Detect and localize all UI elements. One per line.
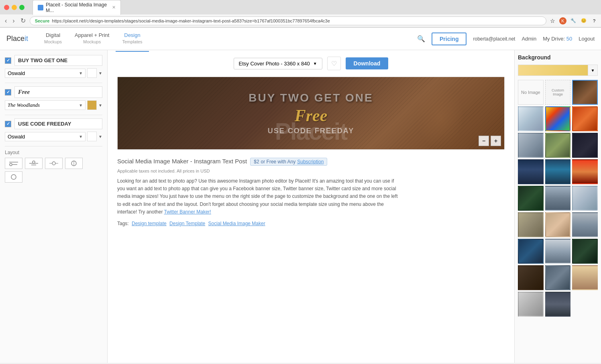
zoom-in-button[interactable]: + bbox=[491, 136, 501, 146]
text-2-color[interactable] bbox=[87, 100, 97, 110]
svg-point-1 bbox=[10, 163, 12, 166]
bg-selected-image[interactable] bbox=[572, 80, 598, 105]
layout-left[interactable] bbox=[5, 158, 22, 169]
left-panel: Oswald ▼ ▼ The Woodlands ▼ bbox=[0, 50, 108, 363]
bg-thumb-road[interactable] bbox=[545, 133, 571, 158]
background-images-grid: No Image Custom Image bbox=[518, 80, 598, 317]
center-panel: Etsy Cover Photo - 3360 x 840 ▼ ♡ Downlo… bbox=[108, 50, 514, 363]
bg-thumb-forest[interactable] bbox=[518, 186, 544, 211]
search-icon[interactable]: 🔍 bbox=[417, 35, 425, 43]
layout-circle[interactable] bbox=[65, 158, 83, 169]
nav-digital[interactable]: Digital Mockups bbox=[38, 26, 68, 52]
browser-tab[interactable]: Placeit - Social Media Image M... ✕ bbox=[33, 0, 121, 15]
twitter-link[interactable]: Twitter Banner Maker! bbox=[164, 209, 211, 215]
text-3-input[interactable] bbox=[14, 118, 102, 129]
canvas-text-1[interactable]: BUY TWO GET ONE bbox=[249, 92, 373, 104]
bg-thumb-blonde[interactable] bbox=[572, 265, 598, 290]
background-color-input[interactable] bbox=[518, 65, 588, 76]
tag-design-template-1[interactable]: Design template bbox=[132, 221, 167, 226]
bg-thumb-couple[interactable] bbox=[545, 212, 571, 237]
text-1-input[interactable] bbox=[14, 55, 102, 66]
background-color-dropdown[interactable]: ▼ bbox=[588, 65, 598, 76]
bg-thumb-dark[interactable] bbox=[572, 133, 598, 158]
layout-center-h[interactable] bbox=[25, 158, 43, 169]
layout-section: Layout bbox=[5, 150, 102, 183]
bg-thumb-path[interactable] bbox=[572, 212, 598, 237]
text-3-font-select[interactable]: Oswald ▼ bbox=[5, 132, 86, 141]
bg-thumb-water[interactable] bbox=[518, 239, 544, 264]
subscription-link[interactable]: Subscription bbox=[297, 159, 324, 165]
bg-thumb-rails[interactable] bbox=[545, 265, 571, 290]
logo[interactable]: Placeit bbox=[6, 35, 28, 43]
forward-button[interactable]: › bbox=[11, 16, 16, 25]
svg-point-6 bbox=[52, 162, 55, 165]
nav-apparel[interactable]: Apparel + Print Mockups bbox=[68, 26, 116, 52]
help-icon[interactable]: ? bbox=[591, 17, 598, 24]
layout-none[interactable] bbox=[5, 171, 22, 183]
bg-thumb-city[interactable] bbox=[545, 292, 571, 317]
bg-custom-image[interactable]: Custom Image bbox=[545, 80, 571, 105]
text-1-font-select[interactable]: Oswald ▼ bbox=[5, 69, 86, 78]
bg-thumb-colorful[interactable] bbox=[545, 106, 571, 131]
background-color-row: ▼ bbox=[518, 65, 598, 76]
text-block-2: The Woodlands ▼ ▼ bbox=[5, 86, 102, 110]
product-description: Looking for an add text to photo app? Us… bbox=[117, 177, 398, 216]
bg-thumb-winter[interactable] bbox=[518, 106, 544, 131]
bg-thumb-lake[interactable] bbox=[545, 159, 571, 184]
text-3-color[interactable] bbox=[87, 132, 97, 141]
reload-button[interactable]: ↻ bbox=[19, 16, 27, 25]
user-icon[interactable]: 😊 bbox=[580, 17, 587, 24]
svg-point-4 bbox=[33, 161, 35, 163]
address-text: https://placeit.net/c/design-templates/s… bbox=[52, 18, 330, 23]
pricing-button[interactable]: Pricing bbox=[432, 33, 467, 45]
bg-thumb-blur[interactable] bbox=[518, 265, 544, 290]
bg-thumb-bridge[interactable] bbox=[518, 212, 544, 237]
canvas-background: BUY TWO GET ONE Free USE CODE FREEDAY Pl… bbox=[118, 77, 504, 149]
size-dropdown-icon: ▼ bbox=[313, 61, 317, 66]
tag-design-template-2[interactable]: Design Template bbox=[169, 221, 205, 226]
text-3-checkbox[interactable] bbox=[5, 121, 11, 127]
bg-no-image[interactable]: No Image bbox=[518, 80, 544, 105]
extensions-icon[interactable]: 🔧 bbox=[570, 17, 577, 24]
tab-title: Placeit - Social Media Image M... bbox=[46, 2, 108, 13]
nav-design[interactable]: Design Templates bbox=[116, 26, 149, 52]
bg-thumb-mist[interactable] bbox=[572, 186, 598, 211]
bg-thumb-gray[interactable] bbox=[518, 292, 544, 317]
tax-note: Applicable taxes not included. All price… bbox=[117, 169, 398, 173]
bg-thumb-sunset[interactable] bbox=[572, 159, 598, 184]
address-bar[interactable]: Secure https://placeit.net/c/design-temp… bbox=[30, 16, 546, 25]
bookmark-icon[interactable]: ☆ bbox=[549, 17, 556, 24]
back-button[interactable]: ‹ bbox=[3, 16, 8, 25]
user-email: roberta@placeit.net bbox=[473, 36, 515, 42]
my-drive-link[interactable]: My Drive: 50 bbox=[543, 36, 572, 42]
layout-center-all[interactable] bbox=[45, 158, 63, 169]
secure-badge: Secure bbox=[35, 18, 50, 23]
size-selector[interactable]: Etsy Cover Photo - 3360 x 840 ▼ bbox=[234, 58, 322, 69]
minimize-button[interactable] bbox=[12, 5, 17, 10]
text-2-checkbox[interactable] bbox=[5, 89, 11, 96]
download-button[interactable]: Download bbox=[346, 57, 389, 69]
bg-thumb-silhouette[interactable] bbox=[518, 159, 544, 184]
tab-close-button[interactable]: ✕ bbox=[112, 5, 116, 10]
tags-section: Tags: Design template Design Template So… bbox=[117, 221, 398, 226]
watermark: Placeit bbox=[275, 118, 347, 145]
text-1-checkbox[interactable] bbox=[5, 57, 11, 64]
favorite-button[interactable]: ♡ bbox=[327, 57, 341, 70]
close-button[interactable] bbox=[4, 5, 9, 10]
logout-link[interactable]: Logout bbox=[579, 36, 595, 42]
text-2-input[interactable] bbox=[14, 86, 102, 98]
tag-social-media[interactable]: Social Media Image Maker bbox=[208, 221, 265, 226]
text-1-color[interactable] bbox=[87, 68, 97, 78]
bg-thumb-dock[interactable] bbox=[545, 239, 571, 264]
maximize-button[interactable] bbox=[19, 5, 24, 10]
profile-icon[interactable]: K bbox=[559, 17, 566, 24]
custom-image-label: Custom Image bbox=[547, 88, 569, 96]
bg-thumb-autumn[interactable] bbox=[572, 106, 598, 131]
canvas-area: BUY TWO GET ONE Free USE CODE FREEDAY Pl… bbox=[117, 77, 505, 150]
bg-thumb-green[interactable] bbox=[572, 239, 598, 264]
bg-thumb-person[interactable] bbox=[545, 186, 571, 211]
admin-link[interactable]: Admin bbox=[522, 36, 536, 42]
zoom-out-button[interactable]: − bbox=[479, 136, 489, 146]
text-2-font-select[interactable]: The Woodlands ▼ bbox=[5, 100, 86, 110]
bg-thumb-foggy[interactable] bbox=[518, 133, 544, 158]
